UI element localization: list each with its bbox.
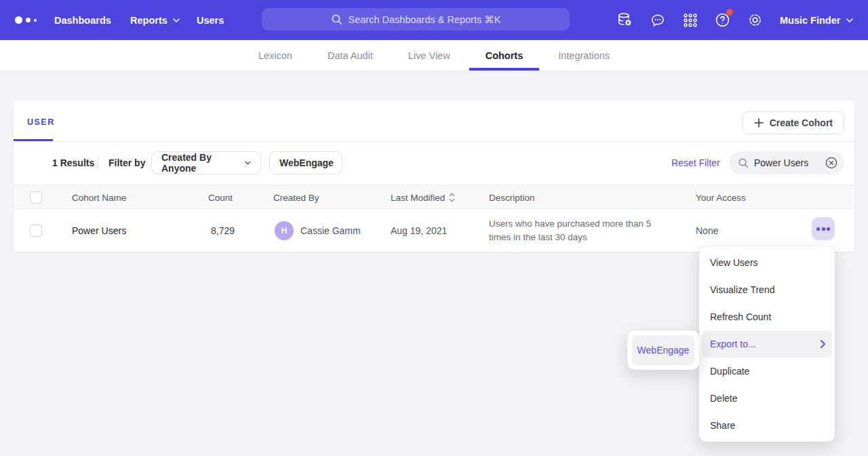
column-header-last-modified[interactable]: Last Modified bbox=[391, 185, 455, 210]
tab-user[interactable]: USER bbox=[27, 117, 55, 127]
cohorts-panel: USER Create Cohort 1 Results Filter by C… bbox=[14, 100, 854, 252]
row-actions-context-menu: View Users Visualize Trend Refresh Count… bbox=[699, 246, 835, 442]
help-icon[interactable] bbox=[713, 11, 732, 29]
column-header-your-access[interactable]: Your Access bbox=[696, 185, 746, 210]
export-to-label: Export to... bbox=[710, 339, 756, 349]
your-access-cell: None bbox=[696, 209, 718, 252]
cohorts-page: Dashboards Reports Users Search Dashboar… bbox=[0, 0, 868, 456]
menu-item-share[interactable]: Share bbox=[699, 412, 835, 439]
nav-dashboards[interactable]: Dashboards bbox=[54, 0, 111, 40]
chevron-right-icon bbox=[821, 340, 825, 348]
dot bbox=[816, 227, 820, 231]
search-icon bbox=[738, 157, 749, 168]
submenu-item-webengage[interactable]: WebEngage bbox=[632, 335, 694, 365]
column-header-created-by[interactable]: Created By bbox=[273, 185, 319, 210]
plus-icon bbox=[754, 118, 764, 128]
apps-grid-icon[interactable] bbox=[681, 11, 699, 29]
tab-data-audit[interactable]: Data Audit bbox=[325, 40, 376, 71]
created-by-name: Cassie Gamm bbox=[300, 225, 361, 236]
menu-item-refresh-count[interactable]: Refresh Count bbox=[699, 303, 835, 330]
sort-icon bbox=[449, 193, 455, 202]
row-checkbox-cell bbox=[30, 209, 42, 252]
row-actions-button[interactable] bbox=[812, 217, 835, 240]
description-text: Users who have purchased more than 5 tim… bbox=[489, 217, 660, 244]
data-settings-icon[interactable] bbox=[616, 11, 634, 29]
logo-dot bbox=[15, 16, 22, 24]
menu-item-duplicate[interactable]: Duplicate bbox=[699, 358, 835, 385]
cohort-name-cell[interactable]: Power Users bbox=[72, 209, 126, 252]
type-filter-dropdown[interactable]: WebEngage bbox=[269, 151, 342, 174]
export-submenu: WebEngage bbox=[627, 330, 699, 370]
dot bbox=[822, 227, 825, 231]
created-by-filter-dropdown[interactable]: Created By Anyone bbox=[151, 151, 261, 174]
filter-by-label: Filter by bbox=[108, 157, 145, 168]
cohort-search-box bbox=[729, 151, 844, 174]
row-checkbox[interactable] bbox=[30, 225, 42, 237]
avatar: H bbox=[275, 221, 294, 240]
menu-item-view-users[interactable]: View Users bbox=[699, 249, 835, 276]
nav-users[interactable]: Users bbox=[197, 0, 224, 40]
tab-live-view[interactable]: Live View bbox=[406, 40, 453, 71]
tab-cohorts[interactable]: Cohorts bbox=[483, 40, 526, 71]
created-by-cell: H Cassie Gamm bbox=[275, 209, 361, 252]
menu-item-delete[interactable]: Delete bbox=[699, 385, 835, 412]
feedback-comment-icon[interactable] bbox=[648, 11, 667, 29]
divider bbox=[14, 141, 854, 142]
table-row[interactable]: Power Users 8,729 H Cassie Gamm Aug 19, … bbox=[14, 209, 854, 252]
chevron-down-icon bbox=[173, 18, 180, 22]
divider bbox=[98, 155, 98, 170]
project-selector[interactable]: Music Finder bbox=[780, 0, 853, 40]
created-by-filter-value: Created By Anyone bbox=[161, 152, 238, 174]
reset-filter-link[interactable]: Reset Filter bbox=[671, 157, 720, 168]
dot bbox=[827, 227, 830, 231]
table-header-row: Cohort Name Count Created By Last Modifi… bbox=[14, 185, 854, 209]
mixpanel-logo-icon[interactable] bbox=[15, 0, 37, 40]
last-modified-cell: Aug 19, 2021 bbox=[391, 209, 447, 252]
cohort-search-input[interactable] bbox=[754, 157, 816, 168]
global-search-bar[interactable]: Search Dashboards & Reports ⌘K bbox=[262, 8, 570, 31]
menu-item-visualize-trend[interactable]: Visualize Trend bbox=[699, 276, 835, 303]
top-navigation-bar: Dashboards Reports Users Search Dashboar… bbox=[0, 0, 868, 40]
menu-item-export-to[interactable]: Export to... bbox=[702, 330, 832, 358]
count-cell: 8,729 bbox=[211, 209, 235, 252]
notification-dot bbox=[726, 9, 733, 16]
column-header-description[interactable]: Description bbox=[489, 185, 535, 210]
settings-gear-icon[interactable] bbox=[746, 11, 764, 29]
clear-search-icon[interactable] bbox=[825, 157, 837, 169]
nav-reports[interactable]: Reports bbox=[130, 0, 180, 40]
description-cell: Users who have purchased more than 5 tim… bbox=[489, 209, 660, 252]
column-header-count[interactable]: Count bbox=[208, 185, 233, 210]
logo-dot bbox=[26, 18, 31, 22]
chevron-down-icon bbox=[846, 18, 853, 22]
logo-dot bbox=[34, 19, 37, 22]
create-cohort-label: Create Cohort bbox=[770, 117, 833, 128]
tab-integrations[interactable]: Integrations bbox=[555, 40, 612, 71]
type-filter-value: WebEngage bbox=[279, 157, 334, 168]
select-all-checkbox-cell bbox=[30, 185, 42, 210]
select-all-checkbox[interactable] bbox=[30, 191, 42, 204]
section-tabs: Lexicon Data Audit Live View Cohorts Int… bbox=[0, 40, 868, 71]
nav-reports-label: Reports bbox=[130, 15, 167, 26]
results-count: 1 Results bbox=[52, 157, 94, 168]
global-search-label: Search Dashboards & Reports ⌘K bbox=[349, 14, 501, 25]
project-name: Music Finder bbox=[780, 15, 840, 26]
chevron-down-icon bbox=[245, 161, 251, 165]
last-modified-label: Last Modified bbox=[391, 193, 445, 203]
search-icon bbox=[331, 14, 342, 25]
tab-lexicon[interactable]: Lexicon bbox=[256, 40, 295, 71]
create-cohort-button[interactable]: Create Cohort bbox=[743, 111, 844, 134]
column-header-cohort-name[interactable]: Cohort Name bbox=[72, 185, 126, 210]
